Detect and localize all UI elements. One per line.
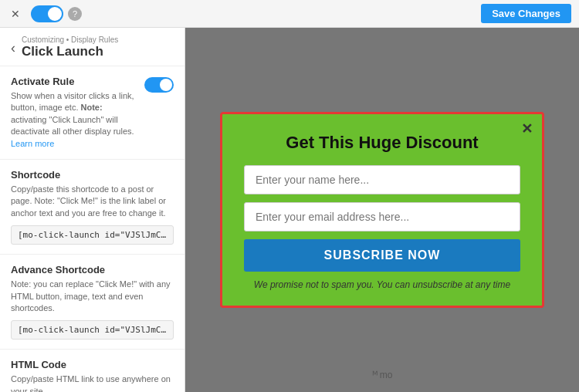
- popup-title: Get This Huge Discount: [244, 133, 520, 153]
- learn-more-link[interactable]: Learn more: [11, 139, 54, 148]
- advance-shortcode-section: Advance Shortcode Note: you can replace …: [0, 255, 185, 350]
- popup-modal: ✕ Get This Huge Discount SUBSCRIBE NOW W…: [220, 112, 544, 308]
- close-button[interactable]: ✕: [8, 6, 23, 22]
- preview-area: ✕ Get This Huge Discount SUBSCRIBE NOW W…: [185, 28, 579, 392]
- toggle-switch[interactable]: [31, 5, 63, 22]
- subscribe-button[interactable]: SUBSCRIBE NOW: [244, 239, 520, 272]
- save-button[interactable]: Save Changes: [481, 4, 571, 23]
- advance-shortcode-desc: Note: you can replace "Click Me!" with a…: [11, 279, 174, 314]
- email-input[interactable]: [244, 202, 520, 231]
- activate-rule-toggle[interactable]: [144, 77, 174, 93]
- popup-close-button[interactable]: ✕: [521, 120, 533, 137]
- advance-shortcode-code[interactable]: [mo-click-launch id="VJSlJmCgLN"]C: [11, 320, 174, 340]
- html-code-section: HTML Code Copy/paste HTML link to use an…: [0, 350, 185, 392]
- main-content: ‹ Customizing • Display Rules Click Laun…: [0, 28, 579, 392]
- help-icon[interactable]: ?: [68, 7, 82, 21]
- activate-rule-title: Activate Rule: [11, 76, 138, 87]
- name-input[interactable]: [244, 165, 520, 194]
- shortcode-title: Shortcode: [11, 169, 174, 181]
- sidebar: ‹ Customizing • Display Rules Click Laun…: [0, 28, 185, 392]
- html-code-desc: Copy/paste HTML link to use anywhere on …: [11, 373, 174, 392]
- breadcrumb: Customizing • Display Rules: [22, 35, 118, 44]
- toolbar-toggle: ?: [31, 5, 82, 22]
- activate-rule-desc: Show when a visitor clicks a link, butto…: [11, 90, 138, 150]
- activate-rule-section: Activate Rule Show when a visitor clicks…: [0, 66, 185, 160]
- sidebar-header: ‹ Customizing • Display Rules Click Laun…: [0, 28, 185, 66]
- shortcode-code[interactable]: [mo-click-launch id="VJSlJmCgLN" lin: [11, 225, 174, 245]
- shortcode-section: Shortcode Copy/paste this shortcode to a…: [0, 160, 185, 255]
- mo-logo-icon: ᴹ: [372, 369, 378, 381]
- mo-logo: ᴹ mo: [372, 369, 393, 381]
- page-title: Click Launch: [22, 44, 118, 59]
- html-code-title: HTML Code: [11, 359, 174, 370]
- mo-logo-text: mo: [380, 370, 393, 380]
- shortcode-desc: Copy/paste this shortcode to a post or p…: [11, 184, 174, 219]
- advance-shortcode-title: Advance Shortcode: [11, 264, 174, 275]
- toolbar: ✕ ? Save Changes: [0, 0, 579, 28]
- back-button[interactable]: ‹: [11, 41, 15, 55]
- popup-note: We promise not to spam you. You can unsu…: [244, 279, 520, 290]
